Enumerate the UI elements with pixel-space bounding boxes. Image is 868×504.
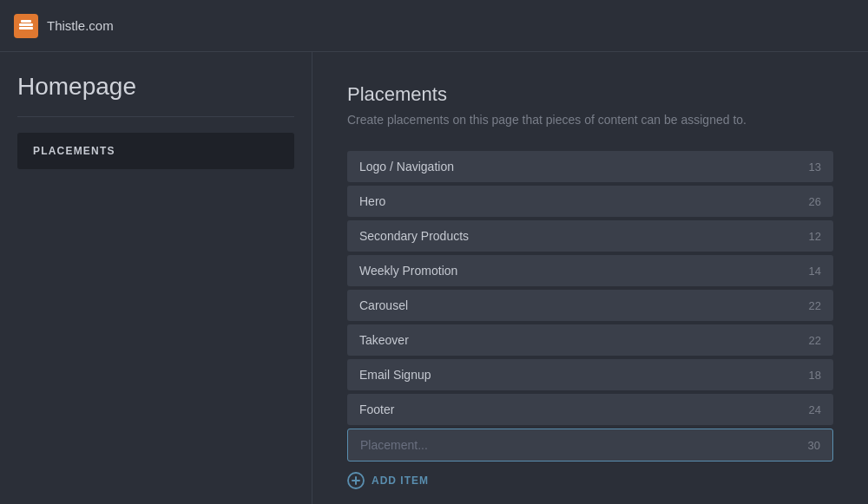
new-placement-input[interactable]	[348, 429, 808, 461]
placement-list: Logo / Navigation 13 Hero 26 Secondary P…	[347, 151, 833, 425]
placement-row[interactable]: Footer 24	[347, 394, 833, 425]
main-layout: Homepage Placements Placements Create pl…	[0, 52, 868, 504]
sidebar: Homepage Placements	[0, 52, 312, 504]
placement-row-name: Email Signup	[359, 368, 431, 382]
new-placement-row: 30	[347, 429, 833, 461]
placement-row-count: 22	[800, 299, 821, 312]
page-title: Homepage	[17, 73, 294, 101]
new-placement-count: 30	[808, 439, 832, 452]
placement-row-name: Takeover	[359, 333, 409, 347]
placement-row-count: 12	[800, 230, 821, 243]
sidebar-divider	[17, 116, 294, 117]
placement-row-name: Carousel	[359, 298, 408, 312]
placement-row[interactable]: Hero 26	[347, 186, 833, 217]
placement-row-count: 14	[800, 265, 821, 278]
add-item-icon	[347, 472, 365, 489]
placement-row[interactable]: Weekly Promotion 14	[347, 255, 833, 286]
sidebar-nav-item-label: Placements	[33, 145, 115, 157]
content-area: Placements Create placements on this pag…	[312, 52, 868, 504]
add-item-row[interactable]: Add Item	[347, 472, 833, 489]
brand-name: Thistle.com	[47, 18, 114, 33]
placement-row-count: 26	[800, 195, 821, 208]
placement-row-name: Footer	[359, 403, 394, 416]
placement-row-count: 24	[800, 403, 821, 416]
sidebar-nav-item-placements[interactable]: Placements	[17, 133, 294, 169]
placement-row[interactable]: Takeover 22	[347, 324, 833, 356]
section-desc: Create placements on this page that piec…	[347, 113, 833, 127]
brand: Thistle.com	[14, 14, 114, 38]
add-item-label: Add Item	[372, 475, 429, 487]
placement-row[interactable]: Email Signup 18	[347, 359, 833, 390]
placement-row-name: Logo / Navigation	[359, 160, 454, 173]
svg-rect-2	[21, 20, 31, 23]
svg-rect-0	[19, 23, 33, 26]
placement-row-name: Secondary Products	[359, 229, 469, 243]
svg-rect-1	[19, 27, 33, 29]
placement-row-count: 13	[800, 160, 821, 173]
placement-row[interactable]: Secondary Products 12	[347, 220, 833, 252]
section-title: Placements	[347, 83, 833, 106]
brand-icon	[14, 14, 38, 38]
placement-row-count: 22	[800, 334, 821, 347]
placement-row-name: Weekly Promotion	[359, 264, 457, 278]
placement-row[interactable]: Logo / Navigation 13	[347, 151, 833, 182]
placement-row[interactable]: Carousel 22	[347, 290, 833, 321]
brand-logo-icon	[18, 18, 34, 34]
top-bar: Thistle.com	[0, 0, 868, 52]
placement-row-count: 18	[800, 369, 821, 382]
placement-row-name: Hero	[359, 194, 385, 208]
